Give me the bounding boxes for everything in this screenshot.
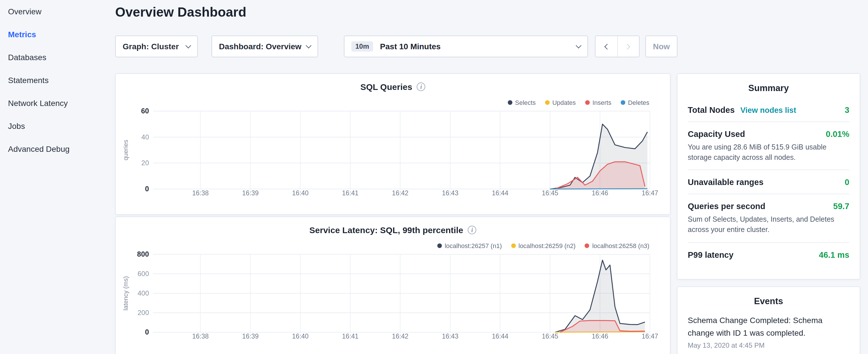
summary-value: 0.01%	[826, 129, 849, 139]
info-icon[interactable]	[468, 226, 476, 234]
svg-text:16:47: 16:47	[642, 189, 658, 197]
svg-text:16:43: 16:43	[442, 332, 459, 340]
svg-text:16:40: 16:40	[292, 332, 309, 340]
sql-queries-chart: 16:3816:3916:4016:4116:4216:4316:4416:45…	[116, 106, 671, 203]
summary-title: Summary	[688, 83, 849, 93]
sidebar-item-network-latency[interactable]: Network Latency	[0, 92, 115, 115]
summary-row-total-nodes: Total Nodes View nodes list 3	[688, 98, 849, 122]
svg-text:600: 600	[137, 270, 149, 278]
sidebar-item-databases[interactable]: Databases	[0, 46, 115, 69]
legend-dot-icon	[545, 100, 549, 105]
chart-legend: localhost:26257 (n1)localhost:26259 (n2)…	[437, 242, 649, 249]
legend-label: Inserts	[592, 99, 611, 106]
graph-scope-dropdown[interactable]: Graph: Cluster	[115, 35, 198, 57]
events-panel: Events Schema Change Completed: Schema c…	[677, 286, 860, 354]
svg-text:16:41: 16:41	[342, 332, 359, 340]
legend-label: Selects	[515, 99, 535, 106]
svg-text:16:45: 16:45	[542, 189, 559, 197]
legend-dot-icon	[620, 100, 625, 105]
chevron-down-icon	[306, 43, 311, 49]
legend-label: Updates	[552, 99, 576, 106]
svg-text:16:40: 16:40	[292, 189, 309, 197]
dashboard-label: Dashboard: Overview	[219, 42, 302, 51]
svg-text:16:47: 16:47	[642, 332, 658, 340]
sidebar-item-jobs[interactable]: Jobs	[0, 115, 115, 137]
legend-dot-icon	[585, 100, 589, 105]
time-step-buttons	[595, 35, 640, 57]
chart-title: Service Latency: SQL, 99th percentile	[309, 225, 463, 235]
legend-item: localhost:26258 (n3)	[585, 242, 649, 249]
summary-row-capacity-used: Capacity Used 0.01% You are using 28.6 M…	[688, 122, 849, 170]
legend-dot-icon	[437, 244, 442, 248]
chevron-down-icon	[576, 43, 582, 49]
legend-label: Deletes	[628, 99, 649, 106]
legend-label: localhost:26259 (n2)	[518, 242, 576, 249]
chevron-left-icon	[604, 43, 610, 49]
legend-item: localhost:26257 (n1)	[437, 242, 502, 249]
chart-panel-sql-queries: SQL Queries SelectsUpdatesInsertsDeletes…	[115, 73, 671, 215]
legend-label: localhost:26257 (n1)	[445, 242, 502, 249]
legend-label: localhost:26258 (n3)	[592, 242, 649, 249]
summary-panel: Summary Total Nodes View nodes list 3 Ca…	[677, 73, 860, 280]
event-text: Schema Change Completed: Schema change w…	[688, 315, 849, 340]
dashboard-dropdown[interactable]: Dashboard: Overview	[212, 35, 318, 57]
info-icon[interactable]	[417, 83, 426, 91]
svg-text:16:45: 16:45	[542, 332, 559, 340]
main-content: Overview Dashboard Graph: Cluster Dashbo…	[115, 0, 868, 354]
time-range-dropdown[interactable]: 10m Past 10 Minutes	[344, 35, 588, 57]
svg-text:16:43: 16:43	[442, 189, 459, 197]
summary-label: Unavailable ranges	[688, 178, 764, 187]
svg-text:16:41: 16:41	[342, 189, 359, 197]
summary-value: 0	[845, 178, 849, 187]
sidebar-item-metrics[interactable]: Metrics	[0, 23, 115, 46]
time-step-back-button[interactable]	[595, 36, 617, 57]
summary-value: 59.7	[833, 202, 849, 211]
svg-text:200: 200	[137, 309, 149, 317]
summary-label: Capacity Used	[688, 129, 745, 139]
graph-scope-label: Graph: Cluster	[123, 42, 179, 51]
legend-item: localhost:26259 (n2)	[511, 242, 576, 249]
events-title: Events	[688, 296, 849, 307]
service-latency-chart: 16:3816:3916:4016:4116:4216:4316:4416:45…	[116, 249, 671, 347]
app: Overview Metrics Databases Statements Ne…	[0, 0, 868, 354]
legend-dot-icon	[511, 244, 516, 248]
svg-text:16:46: 16:46	[592, 189, 608, 197]
summary-value: 46.1 ms	[819, 250, 849, 259]
svg-text:16:44: 16:44	[492, 189, 508, 197]
event-timestamp: May 13, 2020 at 4:45 PM	[688, 342, 849, 350]
sidebar-item-advanced-debug[interactable]: Advanced Debug	[0, 137, 115, 160]
svg-text:0: 0	[145, 185, 149, 193]
chart-legend: SelectsUpdatesInsertsDeletes	[507, 99, 649, 106]
legend-dot-icon	[507, 100, 512, 105]
svg-text:16:42: 16:42	[392, 332, 409, 340]
summary-row-p99-latency: P99 latency 46.1 ms	[688, 243, 849, 266]
svg-text:60: 60	[141, 107, 149, 115]
summary-row-unavailable-ranges: Unavailable ranges 0	[688, 170, 849, 194]
summary-row-queries-per-second: Queries per second 59.7 Sum of Selects, …	[688, 194, 849, 243]
now-button[interactable]: Now	[645, 35, 677, 57]
svg-text:16:39: 16:39	[242, 189, 259, 197]
page-title: Overview Dashboard	[115, 5, 246, 20]
summary-value: 3	[845, 105, 849, 115]
svg-text:queries: queries	[122, 140, 129, 160]
time-step-forward-button[interactable]	[617, 36, 639, 57]
legend-dot-icon	[585, 244, 589, 248]
svg-text:400: 400	[137, 289, 149, 297]
legend-item: Selects	[507, 99, 535, 106]
svg-text:16:38: 16:38	[192, 189, 209, 197]
svg-text:16:44: 16:44	[492, 332, 508, 340]
sidebar-item-statements[interactable]: Statements	[0, 69, 115, 92]
svg-text:16:46: 16:46	[592, 332, 608, 340]
summary-note: You are using 28.6 MiB of 515.9 GiB usab…	[688, 142, 849, 163]
svg-text:16:38: 16:38	[192, 332, 209, 340]
summary-note: Sum of Selects, Updates, Inserts, and De…	[688, 215, 849, 235]
sidebar-item-overview[interactable]: Overview	[0, 0, 115, 23]
chart-panel-service-latency: Service Latency: SQL, 99th percentile lo…	[115, 217, 671, 354]
summary-label: Queries per second	[688, 202, 766, 211]
view-nodes-list-link[interactable]: View nodes list	[741, 106, 796, 115]
chevron-right-icon	[625, 43, 630, 49]
svg-text:800: 800	[137, 250, 149, 258]
sidebar: Overview Metrics Databases Statements Ne…	[0, 0, 115, 354]
chart-header: Service Latency: SQL, 99th percentile	[116, 225, 670, 235]
svg-text:40: 40	[141, 133, 149, 141]
